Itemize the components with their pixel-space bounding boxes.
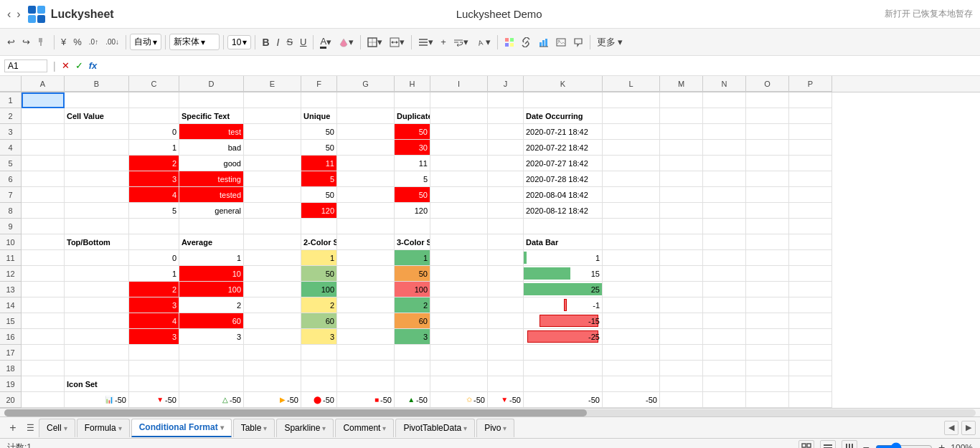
cell-B2[interactable]: Cell Value [65,108,129,124]
cell-M6[interactable] [660,171,703,187]
cell-A2[interactable] [22,108,65,124]
cell-F19[interactable] [301,376,337,392]
cell-F6[interactable]: 5 [301,171,337,187]
cell-N2[interactable] [703,108,746,124]
cell-B10[interactable]: Top/Bottom [65,234,129,250]
cell-O3[interactable] [746,124,789,140]
cell-D3[interactable]: test [179,124,244,140]
cell-G2[interactable] [337,108,395,124]
link-button[interactable] [519,36,534,49]
cell-C5[interactable]: 2 [129,156,179,171]
cell-J18[interactable] [488,361,524,376]
cell-I8[interactable] [430,203,488,219]
cell-F13[interactable]: 100 [301,282,337,297]
cell-F17[interactable] [301,345,337,361]
cell-C17[interactable] [129,345,179,361]
sheet-tab-Cell[interactable]: Cell ▾ [39,419,75,437]
cell-G15[interactable] [337,313,395,329]
cell-J7[interactable] [488,187,524,203]
cell-F14[interactable]: 2 [301,297,337,313]
row-header-11[interactable]: 11 [0,250,22,266]
cell-B8[interactable] [65,203,129,219]
cell-L6[interactable] [603,171,660,187]
cell-G6[interactable] [337,171,395,187]
merge-button[interactable]: ▾ [387,35,407,49]
cell-H3[interactable]: 50 [395,124,430,140]
cell-D12[interactable]: 10 [179,266,244,282]
cell-K20[interactable]: -50 [524,392,603,408]
cell-N5[interactable] [703,156,746,171]
col-header-P[interactable]: P [789,76,832,92]
cell-C1[interactable] [129,92,179,108]
cell-C13[interactable]: 2 [129,282,179,297]
cell-A4[interactable] [22,140,65,156]
cell-C16[interactable]: 3 [129,329,179,345]
cell-N7[interactable] [703,187,746,203]
horizontal-scrollbar[interactable] [0,408,980,416]
cell-E10[interactable] [244,234,301,250]
cell-M10[interactable] [660,234,703,250]
cell-A1[interactable] [22,92,65,108]
cell-H5[interactable]: 11 [395,156,430,171]
cell-K19[interactable] [524,376,603,392]
cell-F3[interactable]: 50 [301,124,337,140]
cell-G5[interactable] [337,156,395,171]
cell-K10[interactable]: Data Bar [524,234,603,250]
cell-H4[interactable]: 30 [395,140,430,156]
cell-B15[interactable] [65,313,129,329]
cell-H2[interactable]: Duplicate [395,108,430,124]
cell-N4[interactable] [703,140,746,156]
cell-L7[interactable] [603,187,660,203]
cell-G10[interactable] [337,234,395,250]
cell-B11[interactable] [65,250,129,266]
cell-J6[interactable] [488,171,524,187]
row-header-1[interactable]: 1 [0,92,22,108]
cell-I3[interactable] [430,124,488,140]
cell-F2[interactable]: Unique [301,108,337,124]
cell-C2[interactable] [129,108,179,124]
sheet-tab-PivotTableData[interactable]: PivotTableData ▾ [395,419,475,437]
row-header-6[interactable]: 6 [0,171,22,187]
cell-L8[interactable] [603,203,660,219]
col-header-N[interactable]: N [703,76,746,92]
confirm-icon[interactable]: ✓ [75,60,83,71]
cell-B16[interactable] [65,329,129,345]
image-button[interactable] [553,36,569,49]
cell-B13[interactable] [65,282,129,297]
grid-view-button[interactable] [798,440,814,449]
cell-N14[interactable] [703,297,746,313]
cell-C11[interactable]: 0 [129,250,179,266]
cell-H14[interactable]: 2 [395,297,430,313]
cell-C9[interactable] [129,219,179,234]
cell-K8[interactable]: 2020-08-12 18:42 [524,203,603,219]
cell-I13[interactable] [430,282,488,297]
cell-P11[interactable] [789,250,832,266]
cell-M4[interactable] [660,140,703,156]
cell-M16[interactable] [660,329,703,345]
cell-F11[interactable]: 1 [301,250,337,266]
cell-A6[interactable] [22,171,65,187]
row-header-7[interactable]: 7 [0,187,22,203]
cell-A15[interactable] [22,313,65,329]
nav-buttons[interactable]: ‹ › [7,8,21,21]
sheet-menu-button[interactable]: ☰ [22,419,39,437]
sheet-tab-Pivo-dropdown[interactable]: ▾ [503,424,507,432]
cell-D20[interactable]: △-50 [179,392,244,408]
col-header-F[interactable]: F [301,76,337,92]
cell-D4[interactable]: bad [179,140,244,156]
cell-L9[interactable] [603,219,660,234]
cell-K14[interactable]: -1 [524,297,603,313]
cell-H11[interactable]: 1 [395,250,430,266]
cell-I10[interactable] [430,234,488,250]
col-header-L[interactable]: L [603,76,660,92]
cell-B7[interactable] [65,187,129,203]
cell-M13[interactable] [660,282,703,297]
sheet-tab-Cell-dropdown[interactable]: ▾ [64,424,67,432]
valign-button[interactable]: + [438,35,449,49]
cell-E20[interactable]: ▶-50 [244,392,301,408]
cell-K15[interactable]: -15 [524,313,603,329]
cell-reference-input[interactable] [4,59,47,72]
cell-O11[interactable] [746,250,789,266]
cell-E8[interactable] [244,203,301,219]
cell-B14[interactable] [65,297,129,313]
